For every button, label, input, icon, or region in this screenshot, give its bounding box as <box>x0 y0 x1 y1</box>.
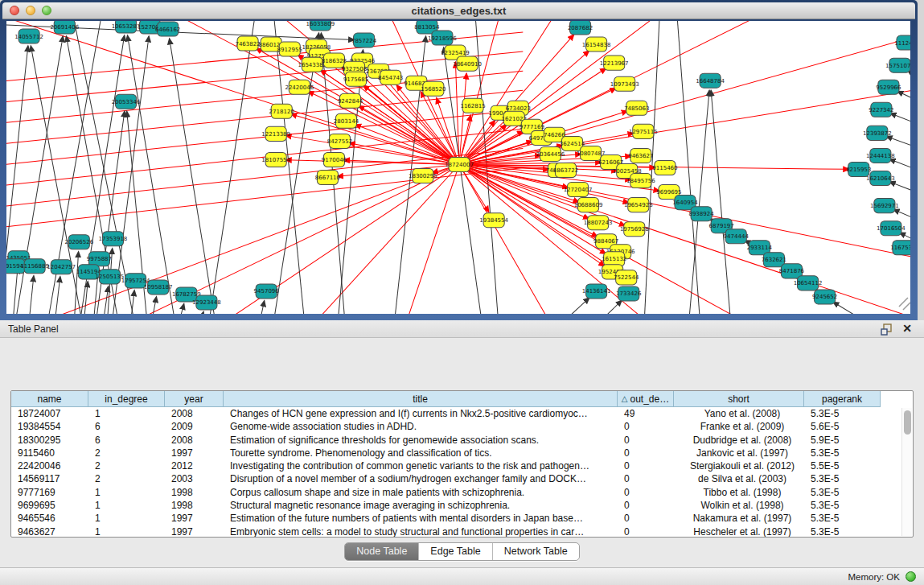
table-cell[interactable]: 0 <box>618 420 674 433</box>
network-node[interactable]: 16648784 <box>696 73 725 88</box>
table-cell[interactable]: 2009 <box>165 420 224 433</box>
network-edge[interactable] <box>908 71 910 83</box>
network-edge[interactable] <box>131 290 135 314</box>
network-node[interactable]: 22420046 <box>285 80 314 94</box>
column-header-short[interactable]: short <box>674 391 804 407</box>
table-cell[interactable]: Hescheler et al. (1997) <box>674 525 804 538</box>
column-header-title[interactable]: title <box>224 391 618 407</box>
table-cell[interactable]: 0 <box>618 434 674 447</box>
resize-handle-icon[interactable] <box>899 298 910 310</box>
network-node[interactable]: 12505135 <box>96 270 125 284</box>
table-cell[interactable]: Genome-wide association studies in ADHD. <box>224 420 618 433</box>
table-cell[interactable]: 5.3E-5 <box>804 407 881 420</box>
network-node[interactable]: 9242844 <box>338 93 363 108</box>
table-cell[interactable]: 0 <box>618 525 674 538</box>
network-node[interactable]: 7857224 <box>351 33 377 47</box>
network-node[interactable]: 19218596 <box>428 31 457 45</box>
table-cell[interactable]: 2 <box>88 459 165 472</box>
network-edge[interactable] <box>168 164 459 314</box>
network-node[interactable]: 15692971 <box>870 199 899 213</box>
network-node[interactable]: 9529966 <box>876 80 901 94</box>
network-node[interactable]: 12720407 <box>564 183 593 197</box>
network-edge[interactable] <box>13 268 18 314</box>
network-edge[interactable] <box>459 164 910 262</box>
table-cell[interactable]: 9699695 <box>11 499 88 512</box>
column-header-pagerank[interactable]: pagerank <box>804 391 881 407</box>
table-cell[interactable]: 2 <box>88 447 165 459</box>
network-node[interactable]: 9975887 <box>87 252 112 266</box>
network-edge[interactable] <box>459 29 910 164</box>
network-node[interactable]: 9245652 <box>812 290 837 304</box>
table-cell[interactable]: 6 <box>88 434 165 447</box>
network-edge[interactable] <box>291 114 459 165</box>
table-cell[interactable]: 5.9E-5 <box>804 434 881 447</box>
network-node[interactable]: 12975115 <box>629 124 658 138</box>
network-node[interactable]: 9474444 <box>724 229 749 244</box>
network-node[interactable]: 2087682 <box>568 21 593 35</box>
network-edge[interactable] <box>200 311 203 314</box>
table-cell[interactable]: 5.5E-5 <box>804 459 881 472</box>
network-node[interactable]: 8454743 <box>378 70 403 84</box>
network-node[interactable]: 8667110 <box>315 171 340 185</box>
table-cell[interactable]: 9465546 <box>11 512 88 525</box>
network-node[interactable]: 9457096 <box>254 284 280 299</box>
table-cell[interactable]: Embryonic stem cells: a model to study s… <box>224 525 618 538</box>
table-cell[interactable]: Franke et al. (2009) <box>674 420 804 433</box>
table-cell[interactable]: 22420046 <box>11 459 88 472</box>
table-cell[interactable]: 9463627 <box>11 525 88 538</box>
network-node[interactable]: 12213389 <box>261 126 290 141</box>
scrollbar-thumb[interactable] <box>904 410 911 435</box>
table-cell[interactable]: Wolkin et al. (1998) <box>674 499 804 512</box>
table-cell[interactable]: 1998 <box>165 499 224 512</box>
column-header-name[interactable]: name <box>11 391 88 407</box>
network-node[interactable]: 9170046 <box>322 152 347 167</box>
table-row[interactable]: 946554611997Estimation of the future num… <box>11 512 913 525</box>
table-cell[interactable]: 0 <box>618 472 674 485</box>
column-header-out_de[interactable]: △out_de… <box>618 391 674 407</box>
network-node[interactable]: 16154838 <box>582 37 611 51</box>
table-cell[interactable]: Estimation of significance thresholds fo… <box>224 434 618 447</box>
table-cell[interactable]: 1 <box>88 512 165 525</box>
network-node[interactable]: 19756928 <box>620 222 649 237</box>
network-edge[interactable] <box>711 90 731 314</box>
network-edge[interactable] <box>179 304 184 314</box>
table-cell[interactable]: 1997 <box>165 447 224 459</box>
table-cell[interactable]: 2003 <box>165 472 224 485</box>
network-node[interactable]: 9175685 <box>343 72 368 86</box>
network-node[interactable]: 18495756 <box>626 174 655 188</box>
network-edge[interactable] <box>281 164 459 314</box>
table-cell[interactable]: Tibbo et al. (1998) <box>674 486 804 499</box>
memory-status-indicator[interactable] <box>906 571 916 582</box>
network-node[interactable]: 4863722 <box>553 163 578 177</box>
table-cell[interactable]: Stergiakouli et al. (2012) <box>674 459 804 472</box>
network-edge[interactable] <box>833 302 862 314</box>
network-edge[interactable] <box>897 91 910 105</box>
network-edge[interactable] <box>29 276 34 314</box>
network-node[interactable]: 12393872 <box>863 126 892 140</box>
network-edge[interactable] <box>6 90 523 148</box>
table-cell[interactable]: Corpus callosum shape and size in male p… <box>224 486 618 499</box>
table-cell[interactable]: 19384554 <box>11 420 88 433</box>
table-cell[interactable]: 2012 <box>165 459 224 472</box>
table-cell[interactable]: 0 <box>618 459 674 472</box>
table-cell[interactable]: 1 <box>88 525 165 538</box>
network-edge[interactable] <box>890 113 910 128</box>
network-edge[interactable] <box>459 21 814 164</box>
table-cell[interactable]: 49 <box>618 407 674 420</box>
network-node[interactable]: 10958187 <box>144 280 173 295</box>
network-node[interactable]: 12444138 <box>866 148 895 163</box>
table-cell[interactable]: 2008 <box>165 434 224 447</box>
table-cell[interactable]: Jankovic et al. (1997) <box>674 447 804 459</box>
vertical-scrollbar[interactable] <box>901 408 912 536</box>
network-node[interactable]: 12923448 <box>192 295 221 310</box>
table-row[interactable]: 977716911998Corpus callosum shape and si… <box>11 486 913 499</box>
network-node[interactable]: 1167531 <box>890 241 910 255</box>
table-cell[interactable]: 6 <box>88 420 165 433</box>
network-node[interactable]: 8912955 <box>277 42 302 56</box>
network-edge[interactable] <box>889 159 910 174</box>
table-cell[interactable]: Yano et al. (2008) <box>674 407 804 420</box>
table-cell[interactable]: 9777169 <box>11 486 88 499</box>
table-cell[interactable]: Disruption of a novel member of a sodium… <box>224 472 618 485</box>
network-edge[interactable] <box>600 300 622 314</box>
network-edge[interactable] <box>127 35 175 314</box>
